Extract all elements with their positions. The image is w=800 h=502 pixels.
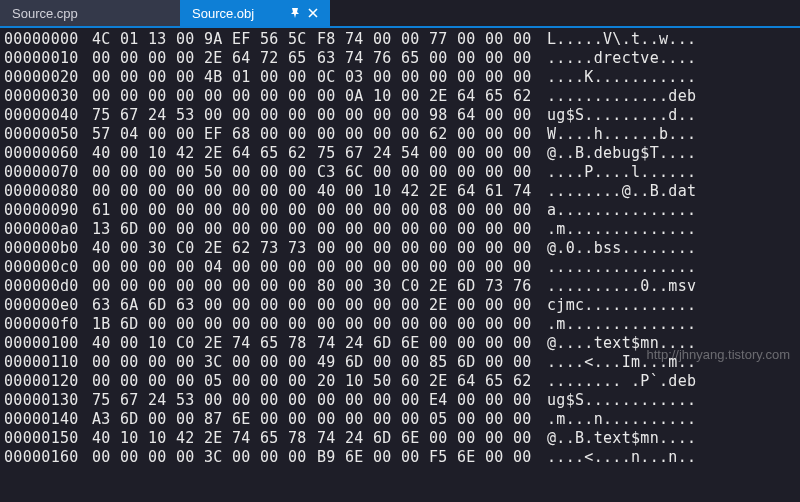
hex-bytes-group-2: 00 0A 10 00 2E 64 65 62: [317, 87, 547, 106]
hex-ascii: .............deb: [547, 87, 800, 106]
hex-ascii: @.0..bss........: [547, 239, 800, 258]
hex-bytes-group-1: 00 00 00 00 4B 01 00 00: [92, 68, 317, 87]
hex-bytes-group-1: 40 00 10 42 2E 64 65 62: [92, 144, 317, 163]
hex-bytes-group-2: 63 74 76 65 00 00 00 00: [317, 49, 547, 68]
hex-offset: 00000000: [4, 30, 92, 49]
hex-offset: 00000040: [4, 106, 92, 125]
hex-ascii: L.....V\.t..w...: [547, 30, 800, 49]
hex-ascii: ................: [547, 258, 800, 277]
hex-row: 0000004075 67 24 53 00 00 00 0000 00 00 …: [4, 106, 800, 125]
tab-source-obj[interactable]: Source.obj: [180, 0, 330, 26]
hex-offset: 000000b0: [4, 239, 92, 258]
hex-bytes-group-1: 00 00 00 00 04 00 00 00: [92, 258, 317, 277]
hex-bytes-group-2: 74 24 6D 6E 00 00 00 00: [317, 429, 547, 448]
hex-offset: 00000130: [4, 391, 92, 410]
hex-offset: 000000f0: [4, 315, 92, 334]
hex-ascii: @....text$mn....: [547, 334, 800, 353]
hex-ascii: .m..............: [547, 315, 800, 334]
hex-bytes-group-2: C3 6C 00 00 00 00 00 00: [317, 163, 547, 182]
hex-bytes-group-2: 74 24 6D 6E 00 00 00 00: [317, 334, 547, 353]
hex-ascii: ....P....l......: [547, 163, 800, 182]
hex-offset: 00000140: [4, 410, 92, 429]
hex-ascii: W....h......b...: [547, 125, 800, 144]
hex-row: 0000013075 67 24 53 00 00 00 0000 00 00 …: [4, 391, 800, 410]
hex-row: 0000012000 00 00 00 05 00 00 0020 10 50 …: [4, 372, 800, 391]
hex-bytes-group-1: 00 00 00 00 50 00 00 00: [92, 163, 317, 182]
hex-bytes-group-2: 00 00 00 00 2E 00 00 00: [317, 296, 547, 315]
hex-bytes-group-2: 00 00 00 00 08 00 00 00: [317, 201, 547, 220]
close-icon[interactable]: [308, 6, 318, 21]
hex-offset: 00000070: [4, 163, 92, 182]
hex-bytes-group-1: 57 04 00 00 EF 68 00 00: [92, 125, 317, 144]
hex-bytes-group-2: 80 00 30 C0 2E 6D 73 76: [317, 277, 547, 296]
hex-offset: 000000a0: [4, 220, 92, 239]
tab-icons: [290, 6, 318, 21]
tab-label: Source.cpp: [12, 6, 168, 21]
hex-bytes-group-1: 40 00 30 C0 2E 62 73 73: [92, 239, 317, 258]
hex-row: 0000015040 10 10 42 2E 74 65 7874 24 6D …: [4, 429, 800, 448]
hex-offset: 000000d0: [4, 277, 92, 296]
hex-bytes-group-2: 00 00 00 00 00 00 00 00: [317, 220, 547, 239]
hex-bytes-group-1: 1B 6D 00 00 00 00 00 00: [92, 315, 317, 334]
hex-bytes-group-1: 13 6D 00 00 00 00 00 00: [92, 220, 317, 239]
hex-bytes-group-1: 75 67 24 53 00 00 00 00: [92, 391, 317, 410]
hex-offset: 00000050: [4, 125, 92, 144]
hex-row: 0000008000 00 00 00 00 00 00 0040 00 10 …: [4, 182, 800, 201]
hex-offset: 00000060: [4, 144, 92, 163]
hex-bytes-group-2: 00 00 00 00 00 00 00 00: [317, 315, 547, 334]
hex-row: 0000006040 00 10 42 2E 64 65 6275 67 24 …: [4, 144, 800, 163]
hex-row: 000000a013 6D 00 00 00 00 00 0000 00 00 …: [4, 220, 800, 239]
hex-dump: 000000004C 01 13 00 9A EF 56 5CF8 74 00 …: [0, 28, 800, 467]
hex-row: 0000010040 00 10 C0 2E 74 65 7874 24 6D …: [4, 334, 800, 353]
hex-row: 0000005057 04 00 00 EF 68 00 0000 00 00 …: [4, 125, 800, 144]
hex-bytes-group-1: 75 67 24 53 00 00 00 00: [92, 106, 317, 125]
hex-bytes-group-2: 0C 03 00 00 00 00 00 00: [317, 68, 547, 87]
hex-ascii: ug$S.........d..: [547, 106, 800, 125]
hex-bytes-group-1: 00 00 00 00 05 00 00 00: [92, 372, 317, 391]
hex-offset: 000000e0: [4, 296, 92, 315]
hex-ascii: ....<....n...n..: [547, 448, 800, 467]
hex-bytes-group-1: 00 00 00 00 00 00 00 00: [92, 277, 317, 296]
hex-offset: 00000090: [4, 201, 92, 220]
hex-row: 000000b040 00 30 C0 2E 62 73 7300 00 00 …: [4, 239, 800, 258]
hex-offset: 00000010: [4, 49, 92, 68]
hex-ascii: @..B.debug$T....: [547, 144, 800, 163]
hex-bytes-group-2: 00 00 00 00 E4 00 00 00: [317, 391, 547, 410]
hex-row: 000000c000 00 00 00 04 00 00 0000 00 00 …: [4, 258, 800, 277]
hex-row: 0000011000 00 00 00 3C 00 00 0049 6D 00 …: [4, 353, 800, 372]
hex-ascii: ....K...........: [547, 68, 800, 87]
hex-bytes-group-2: B9 6E 00 00 F5 6E 00 00: [317, 448, 547, 467]
hex-bytes-group-2: 00 00 00 00 05 00 00 00: [317, 410, 547, 429]
tab-source-cpp[interactable]: Source.cpp: [0, 0, 180, 26]
hex-bytes-group-2: 00 00 00 00 62 00 00 00: [317, 125, 547, 144]
hex-ascii: .....drectve....: [547, 49, 800, 68]
hex-row: 000000d000 00 00 00 00 00 00 0080 00 30 …: [4, 277, 800, 296]
hex-ascii: @..B.text$mn....: [547, 429, 800, 448]
hex-offset: 00000120: [4, 372, 92, 391]
hex-row: 0000009061 00 00 00 00 00 00 0000 00 00 …: [4, 201, 800, 220]
hex-ascii: ........ .P`.deb: [547, 372, 800, 391]
hex-ascii: a...............: [547, 201, 800, 220]
pin-icon[interactable]: [290, 6, 300, 21]
hex-bytes-group-1: 61 00 00 00 00 00 00 00: [92, 201, 317, 220]
hex-row: 0000003000 00 00 00 00 00 00 0000 0A 10 …: [4, 87, 800, 106]
hex-bytes-group-1: 00 00 00 00 3C 00 00 00: [92, 353, 317, 372]
hex-bytes-group-1: 00 00 00 00 00 00 00 00: [92, 182, 317, 201]
hex-bytes-group-2: 00 00 00 00 98 64 00 00: [317, 106, 547, 125]
tab-bar: Source.cpp Source.obj: [0, 0, 800, 28]
hex-bytes-group-2: F8 74 00 00 77 00 00 00: [317, 30, 547, 49]
hex-bytes-group-1: 4C 01 13 00 9A EF 56 5C: [92, 30, 317, 49]
hex-ascii: .m..............: [547, 220, 800, 239]
hex-bytes-group-1: 40 10 10 42 2E 74 65 78: [92, 429, 317, 448]
hex-row: 000000004C 01 13 00 9A EF 56 5CF8 74 00 …: [4, 30, 800, 49]
hex-ascii: ....<...Im...m..: [547, 353, 800, 372]
hex-bytes-group-2: 40 00 10 42 2E 64 61 74: [317, 182, 547, 201]
hex-ascii: .m...n..........: [547, 410, 800, 429]
hex-ascii: ........@..B.dat: [547, 182, 800, 201]
hex-ascii: cjmc............: [547, 296, 800, 315]
hex-offset: 00000150: [4, 429, 92, 448]
hex-ascii: ..........0..msv: [547, 277, 800, 296]
hex-row: 00000140A3 6D 00 00 87 6E 00 0000 00 00 …: [4, 410, 800, 429]
hex-bytes-group-2: 00 00 00 00 00 00 00 00: [317, 258, 547, 277]
hex-row: 000000f01B 6D 00 00 00 00 00 0000 00 00 …: [4, 315, 800, 334]
